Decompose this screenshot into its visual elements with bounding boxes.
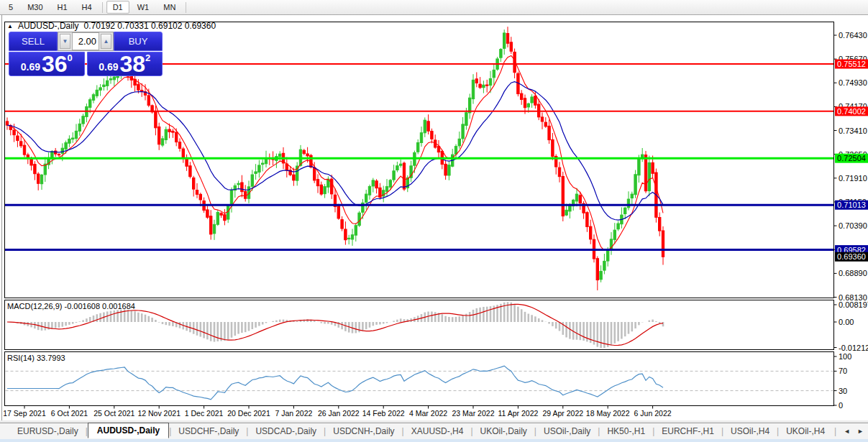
one-click-trade-panel: SELL ▼ ▲ BUY 0.69 36 0 0.69 38 2 (9, 32, 163, 76)
chart-tab-eurusd-daily[interactable]: EURUSD-,Daily (10, 424, 86, 438)
timeframe-button-mn[interactable]: MN (157, 1, 182, 14)
svg-text:26 Jan 2022: 26 Jan 2022 (318, 409, 360, 418)
svg-text:100: 100 (839, 352, 851, 361)
collapse-panel-icon[interactable]: ▲ (7, 23, 13, 29)
buy-price-small: 0.69 (99, 61, 118, 73)
svg-text:0.68890: 0.68890 (839, 269, 867, 277)
svg-text:30: 30 (839, 387, 847, 395)
buy-price-display[interactable]: 0.69 38 2 (87, 52, 163, 76)
svg-text:1 Dec 2021: 1 Dec 2021 (185, 409, 224, 418)
svg-text:0.73410: 0.73410 (839, 126, 867, 135)
sell-price-display[interactable]: 0.69 36 0 (9, 52, 85, 76)
timeframe-button-d1[interactable]: D1 (106, 1, 129, 14)
timeframe-button-h1[interactable]: H1 (51, 1, 74, 14)
svg-text:0.75512: 0.75512 (837, 60, 866, 68)
price-level-badge-0.71013: 0.71013 (835, 201, 868, 210)
svg-text:-0.01212: -0.01212 (839, 344, 868, 352)
volume-input[interactable] (72, 32, 99, 50)
chart-symbol-period: AUDUSD-,Daily (18, 21, 79, 31)
svg-text:0.71013: 0.71013 (837, 201, 866, 209)
svg-text:0.69360: 0.69360 (837, 252, 866, 261)
toolbar-separator (102, 2, 103, 13)
svg-text:14 Feb 2022: 14 Feb 2022 (362, 409, 405, 418)
svg-text:23 Mar 2022: 23 Mar 2022 (452, 409, 495, 418)
buy-price-big: 38 (119, 53, 145, 75)
chart-tab-hk50-h1[interactable]: HK50-,H1 (600, 424, 652, 438)
svg-text:7 Jan 2022: 7 Jan 2022 (275, 409, 312, 418)
chart-tab-usoil-h4[interactable]: USOil-,H4 (723, 424, 777, 438)
svg-text:0.72504: 0.72504 (837, 154, 866, 162)
svg-text:0.76430: 0.76430 (839, 31, 867, 40)
svg-text:0.74930: 0.74930 (839, 78, 867, 87)
chart-tab-eurchf-h1[interactable]: EURCHF-,H1 (654, 424, 721, 438)
buy-button[interactable]: BUY (114, 32, 163, 51)
chart-tab-usoil-daily[interactable]: USOil-,Daily (536, 424, 598, 438)
svg-text:18 May 2022: 18 May 2022 (586, 409, 630, 418)
svg-text:20 Dec 2021: 20 Dec 2021 (227, 409, 270, 418)
volume-down-icon[interactable]: ▼ (60, 34, 70, 49)
timeframe-button-h4[interactable]: H4 (76, 1, 99, 14)
volume-stepper: ▼ ▲ (58, 32, 114, 51)
price-level-badge-0.74002: 0.74002 (835, 106, 868, 116)
buy-price-sup: 2 (145, 52, 150, 63)
volume-up-icon[interactable]: ▲ (101, 34, 111, 49)
sell-price-small: 0.69 (21, 61, 40, 73)
timeframe-button-m30[interactable]: M30 (21, 1, 49, 14)
svg-text:4 Mar 2022: 4 Mar 2022 (409, 409, 447, 418)
rsi-indicator-label: RSI(14) 33.7993 (7, 354, 65, 362)
price-level-badge-0.72504: 0.72504 (835, 154, 868, 163)
scroll-right-icon[interactable]: ► (857, 428, 864, 435)
chart-title: ▲ AUDUSD-,Daily 0.70192 0.70331 0.69102 … (7, 21, 216, 31)
price-axis: 0.764300.756700.749300.741700.734100.726… (834, 31, 868, 410)
svg-text:6 Oct 2021: 6 Oct 2021 (51, 409, 88, 418)
timeframe-button-w1[interactable]: W1 (131, 1, 156, 14)
chart-tab-usdcad-daily[interactable]: USDCAD-,Daily (248, 424, 324, 438)
svg-text:0: 0 (839, 401, 843, 410)
svg-text:29 Apr 2022: 29 Apr 2022 (542, 409, 583, 418)
macd-indicator-label: MACD(12,26,9) -0.001608 0.001684 (7, 302, 135, 310)
svg-text:0.74002: 0.74002 (837, 107, 866, 116)
chart-window: ▲ AUDUSD-,Daily 0.70192 0.70331 0.69102 … (0, 15, 868, 423)
svg-text:12 Nov 2021: 12 Nov 2021 (137, 409, 181, 418)
chart-tab-ukoil-daily[interactable]: UKOil-,Daily (473, 424, 534, 438)
svg-text:0.008197: 0.008197 (839, 300, 868, 309)
sell-price-sup: 0 (68, 52, 73, 63)
timeframe-toolbar: 5M30H1H4D1W1MN (0, 0, 868, 15)
timeframe-button-5[interactable]: 5 (2, 1, 19, 14)
chart-tab-audusd-daily[interactable]: AUDUSD-,Daily (88, 423, 169, 438)
svg-text:0.70390: 0.70390 (839, 221, 867, 230)
svg-text:0.00: 0.00 (839, 318, 854, 326)
svg-text:11 Apr 2022: 11 Apr 2022 (498, 409, 538, 418)
window-bottom-strip (0, 439, 868, 442)
tab-separator: | (834, 426, 836, 436)
price-level-badge-0.75512: 0.75512 (835, 60, 868, 69)
chart-ohlc-values: 0.70192 0.70331 0.69102 0.69360 (84, 21, 216, 31)
svg-text:70: 70 (839, 367, 847, 375)
current-price-badge: 0.69360 (835, 252, 868, 262)
svg-text:6 Jun 2022: 6 Jun 2022 (634, 409, 672, 418)
chart-tab-usdcnh-daily[interactable]: USDCNH-,Daily (326, 424, 401, 438)
sell-price-big: 36 (42, 53, 68, 75)
scroll-left-icon[interactable]: ◄ (844, 428, 850, 435)
chart-tab-usdchf-daily[interactable]: USDCHF-,Daily (171, 424, 246, 438)
chart-tab-xauusd-h4[interactable]: XAUUSD-,H4 (404, 424, 471, 438)
svg-text:0.71910: 0.71910 (839, 174, 867, 183)
date-axis: 17 Sep 20216 Oct 202125 Oct 202112 Nov 2… (3, 406, 672, 418)
svg-text:25 Oct 2021: 25 Oct 2021 (93, 409, 134, 418)
chart-tab-ukoil-h4[interactable]: UKOil-,H4 (779, 424, 832, 438)
toolbar-separator (186, 2, 186, 13)
chart-tab-bar: EURUSD-,Daily|AUDUSD-,Daily|USDCHF-,Dail… (0, 423, 868, 439)
sell-button[interactable]: SELL (9, 32, 58, 51)
panel-frame (5, 352, 834, 406)
svg-text:17 Sep 2021: 17 Sep 2021 (3, 409, 46, 418)
